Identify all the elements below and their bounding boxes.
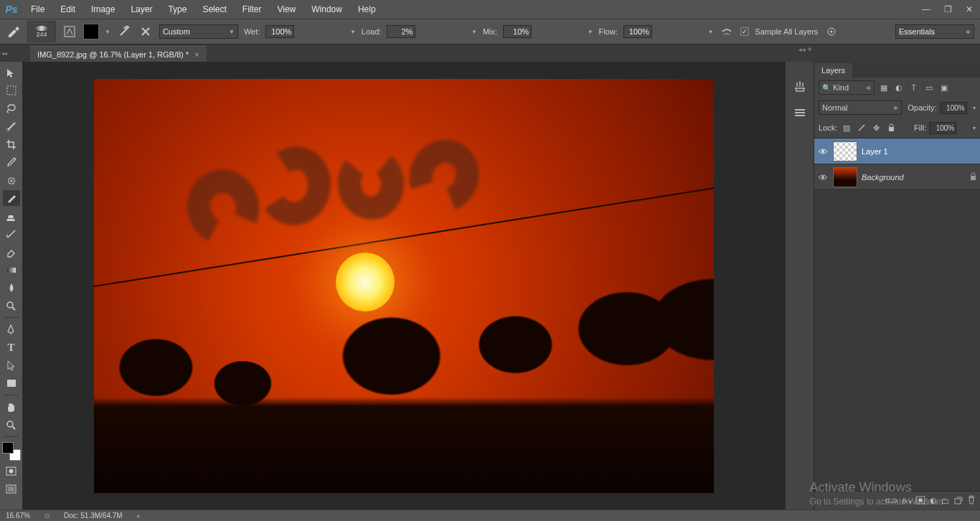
menu-edit[interactable]: Edit — [52, 0, 83, 19]
layer-thumbnail[interactable] — [833, 141, 857, 161]
lock-position-icon[interactable]: ✥ — [870, 122, 882, 134]
rectangle-tool[interactable] — [3, 375, 20, 391]
clean-brush-icon[interactable] — [138, 24, 154, 39]
gradient-tool[interactable] — [3, 262, 20, 278]
tool-preset-icon[interactable] — [6, 24, 22, 39]
eraser-tool[interactable] — [3, 244, 20, 260]
chevron-down-icon[interactable]: ▼ — [350, 29, 356, 35]
workspace-dropdown[interactable]: Essentials ≑ — [895, 24, 974, 39]
chevron-down-icon[interactable]: ▼ — [588, 29, 593, 35]
close-tab-icon[interactable]: × — [194, 50, 199, 59]
brush-combo-dropdown[interactable]: Custom ▼ — [159, 24, 238, 39]
layer-thumbnail[interactable] — [833, 167, 857, 187]
flow-input[interactable]: 100% — [623, 25, 652, 38]
brush-preview[interactable]: 244 — [27, 21, 56, 42]
menu-type[interactable]: Type — [160, 0, 194, 19]
chevron-down-icon[interactable]: ▼ — [707, 29, 713, 35]
blur-tool[interactable] — [3, 280, 20, 296]
menu-filter[interactable]: Filter — [235, 0, 270, 19]
visibility-toggle[interactable] — [817, 172, 829, 183]
ruler-icon[interactable]: ⧉ — [44, 512, 50, 520]
history-brush-tool[interactable] — [3, 226, 20, 242]
lock-transparency-icon[interactable]: ▨ — [840, 122, 852, 134]
filter-pixel-icon[interactable]: ▦ — [877, 82, 890, 94]
toolbox-collapse-grip[interactable]: ◂◂ — [1, 46, 7, 60]
layer-mask-icon[interactable] — [915, 496, 925, 506]
lasso-tool[interactable] — [3, 100, 20, 116]
menu-image[interactable]: Image — [83, 0, 123, 19]
blend-mode-dropdown[interactable]: Normal ≑ — [819, 100, 902, 115]
status-flyout-icon[interactable]: ▸ — [137, 512, 141, 520]
filter-smart-icon[interactable]: ▣ — [938, 82, 950, 94]
pen-tool[interactable] — [3, 321, 20, 337]
load-input[interactable]: 2% — [387, 25, 415, 38]
filter-kind-dropdown[interactable]: 🔍 Kind ≑ — [819, 80, 875, 95]
link-layers-icon[interactable]: ⊂⊃ — [885, 496, 897, 505]
zoom-level[interactable]: 16.67% — [6, 512, 30, 520]
crop-tool[interactable] — [3, 136, 20, 152]
quick-mask-toggle[interactable] — [3, 463, 20, 479]
close-button[interactable]: ✕ — [958, 2, 980, 17]
menu-select[interactable]: Select — [194, 0, 234, 19]
menu-view[interactable]: View — [269, 0, 303, 19]
lock-all-icon[interactable] — [885, 122, 897, 134]
filter-type-icon[interactable]: T — [908, 82, 920, 94]
marquee-tool[interactable] — [3, 83, 20, 98]
visibility-toggle[interactable] — [817, 146, 829, 157]
adjustment-layer-icon[interactable]: ◐ — [930, 496, 937, 505]
filter-shape-icon[interactable]: ▭ — [923, 82, 935, 94]
screen-mode-toggle[interactable] — [3, 481, 20, 497]
new-layer-icon[interactable] — [953, 496, 963, 506]
foreground-color-swatch[interactable] — [2, 442, 14, 454]
image-trees — [94, 265, 714, 492]
layer-row[interactable]: Background — [814, 164, 980, 190]
fill-input[interactable]: 100% — [929, 122, 956, 134]
opacity-input[interactable]: 100% — [940, 102, 967, 114]
load-brush-icon[interactable] — [116, 24, 132, 39]
wet-input[interactable]: 100% — [265, 25, 294, 38]
color-swatches[interactable] — [2, 442, 21, 461]
doc-info[interactable]: Doc: 51.3M/64.7M — [64, 512, 123, 520]
airbrush-icon[interactable] — [719, 24, 735, 39]
hand-tool[interactable] — [3, 399, 20, 415]
menu-window[interactable]: Window — [303, 0, 350, 19]
canvas-viewport[interactable] — [23, 62, 785, 510]
menu-file[interactable]: File — [23, 0, 52, 19]
menu-layer[interactable]: Layer — [123, 0, 160, 19]
layers-tab[interactable]: Layers — [814, 63, 852, 78]
menu-help[interactable]: Help — [350, 0, 384, 19]
sample-all-checkbox[interactable]: ✓ — [740, 27, 749, 36]
type-tool[interactable]: T — [3, 339, 20, 355]
chevron-down-icon[interactable]: ▼ — [471, 29, 477, 35]
document-canvas[interactable] — [94, 79, 714, 493]
brush-presets-panel-icon[interactable] — [790, 103, 810, 121]
maximize-button[interactable]: ❐ — [937, 2, 958, 17]
quick-select-tool[interactable] — [3, 118, 20, 134]
dodge-tool[interactable] — [3, 298, 20, 314]
panel-collapse-grip[interactable]: ◂◂✕ — [793, 46, 815, 56]
brushes-panel-icon[interactable] — [790, 78, 810, 95]
group-icon[interactable]: 🗀 — [941, 497, 949, 505]
brush-panel-toggle[interactable] — [62, 24, 77, 39]
eyedropper-tool[interactable] — [3, 154, 20, 170]
delete-layer-icon[interactable] — [967, 495, 976, 506]
chevron-down-icon[interactable]: ▾ — [973, 125, 976, 131]
layer-name[interactable]: Layer 1 — [862, 147, 888, 156]
filter-adjust-icon[interactable]: ◐ — [892, 82, 905, 94]
brush-tool[interactable] — [3, 190, 20, 206]
layer-fx-icon[interactable]: fx▾ — [902, 497, 911, 505]
chevron-down-icon[interactable]: ▾ — [973, 105, 976, 111]
layer-row[interactable]: Layer 1 — [814, 139, 980, 164]
lock-pixels-icon[interactable] — [855, 122, 867, 134]
move-tool[interactable] — [3, 65, 20, 80]
clone-stamp-tool[interactable] — [3, 208, 20, 224]
zoom-tool[interactable] — [3, 417, 20, 433]
healing-brush-tool[interactable] — [3, 172, 20, 188]
path-select-tool[interactable] — [3, 357, 20, 373]
layer-name[interactable]: Background — [862, 173, 904, 182]
document-tab[interactable]: IMG_8922.jpg @ 16.7% (Layer 1, RGB/8) * … — [30, 46, 207, 62]
mix-input[interactable]: 10% — [503, 25, 532, 38]
current-color-swatch[interactable] — [83, 24, 99, 39]
tablet-pressure-icon[interactable] — [824, 24, 839, 39]
minimize-button[interactable]: — — [915, 2, 937, 17]
